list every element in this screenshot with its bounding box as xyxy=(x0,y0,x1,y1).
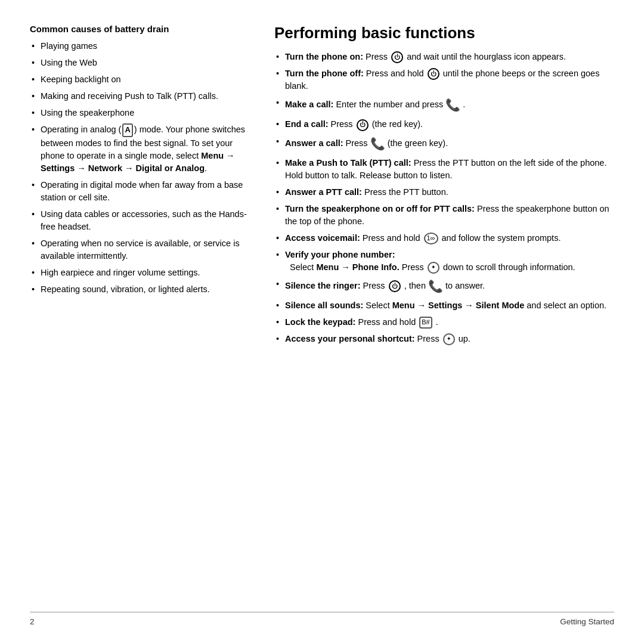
right-column: Performing basic functions Turn the phon… xyxy=(274,24,614,606)
list-item: Silence the ringer: Press ⏻ , then 📞 to … xyxy=(274,278,614,295)
list-item: Repeating sound, vibration, or lighted a… xyxy=(30,283,250,296)
list-item: Keeping backlight on xyxy=(30,73,250,86)
page: Common causes of battery drain Playing g… xyxy=(0,0,644,644)
list-item: Operating in analog (A) mode. Your phone… xyxy=(30,123,250,175)
list-item: Answer a call: Press 📞 (the green key). xyxy=(274,135,614,153)
list-item: High earpiece and ringer volume settings… xyxy=(30,267,250,279)
power-icon: ⏻ xyxy=(391,51,403,63)
list-item: Answer a PTT call: Press the PTT button. xyxy=(274,186,614,199)
page-number: 2 xyxy=(30,617,35,626)
list-item: Using the speakerphone xyxy=(30,107,250,119)
list-item: Lock the keypad: Press and hold B# . xyxy=(274,316,614,329)
list-item: Playing games xyxy=(30,40,250,52)
right-page-title: Performing basic functions xyxy=(274,24,614,42)
list-item: Making and receiving Push to Talk (PTT) … xyxy=(30,90,250,103)
analog-icon: A xyxy=(122,123,132,137)
list-item: Operating when no service is available, … xyxy=(30,237,250,262)
content-area: Common causes of battery drain Playing g… xyxy=(30,24,614,606)
list-item: End a call: Press ⏻ (the red key). xyxy=(274,118,614,131)
list-item: Access your personal shortcut: Press up. xyxy=(274,333,614,345)
list-item: Make a Push to Talk (PTT) call: Press th… xyxy=(274,157,614,182)
power-icon2: ⏻ xyxy=(389,280,401,292)
power-icon: ⏻ xyxy=(428,68,439,80)
left-column: Common causes of battery drain Playing g… xyxy=(30,24,250,606)
list-item: Turn the speakerphone on or off for PTT … xyxy=(274,203,614,228)
list-item: Turn the phone off: Press and hold ⏻ unt… xyxy=(274,67,614,92)
footer-section: Getting Started xyxy=(560,617,614,626)
green-phone-icon2: 📞 xyxy=(428,280,443,293)
list-item: Make a call: Enter the number and press … xyxy=(274,97,614,114)
footer: 2 Getting Started xyxy=(30,612,614,626)
hash-icon: B# xyxy=(419,317,432,329)
red-key-icon: ⏻ xyxy=(357,119,369,131)
nav-icon xyxy=(428,262,439,274)
green-phone-icon: 📞 xyxy=(445,98,460,112)
nav-icon2 xyxy=(443,333,455,345)
basic-functions-list: Turn the phone on: Press ⏻ and wait unti… xyxy=(274,51,614,345)
left-section-title: Common causes of battery drain xyxy=(30,24,250,34)
green-key-icon: 📞 xyxy=(370,137,385,150)
one-key-icon: 1∞ xyxy=(424,233,438,244)
list-item: Verify your phone number: Select Menu → … xyxy=(274,249,614,274)
list-item: Access voicemail: Press and hold 1∞ and … xyxy=(274,232,614,244)
list-item: Operating in digital mode when far away … xyxy=(30,179,250,204)
list-item: Silence all sounds: Select Menu → Settin… xyxy=(274,299,614,312)
list-item: Turn the phone on: Press ⏻ and wait unti… xyxy=(274,51,614,63)
list-item: Using the Web xyxy=(30,57,250,69)
battery-drain-list: Playing games Using the Web Keeping back… xyxy=(30,40,250,296)
list-item: Using data cables or accessories, such a… xyxy=(30,208,250,233)
